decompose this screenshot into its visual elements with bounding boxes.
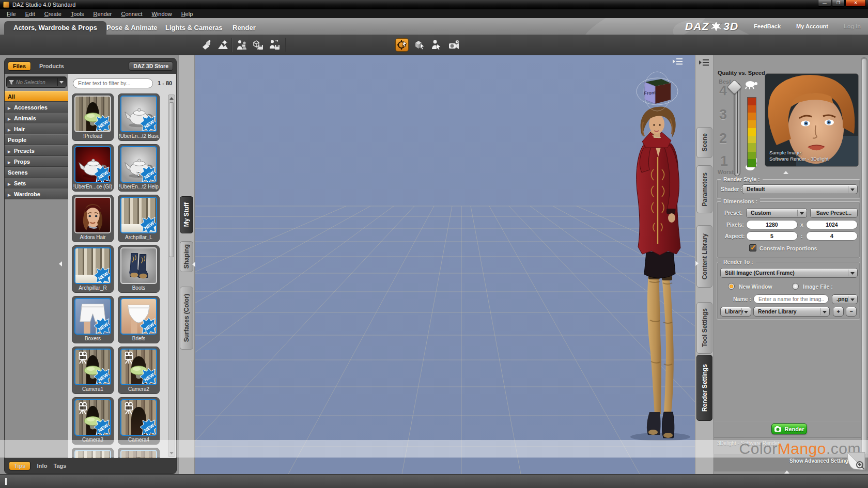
thumbnail-item[interactable]: NEW Archpillar_L <box>118 195 160 242</box>
collapse-section-icon[interactable] <box>784 468 789 474</box>
dock-tab[interactable]: My Stuff <box>180 196 193 233</box>
thumbnail-item[interactable]: NEW Aldora Hair <box>72 195 114 242</box>
category-item[interactable]: Scenes <box>5 167 68 178</box>
maximize-button[interactable] <box>832 0 845 7</box>
render-to-dropdown[interactable]: Still Image (Current Frame) <box>720 268 858 278</box>
close-button[interactable] <box>845 0 866 7</box>
menu-item[interactable]: Help <box>177 10 198 18</box>
thumbnail-item[interactable]: NEW Archpillar_R <box>72 245 114 293</box>
log-in-link[interactable]: Log In <box>844 23 861 29</box>
dock-tab[interactable]: Shaping <box>180 241 193 272</box>
add-library-button[interactable]: + <box>833 307 844 317</box>
character-figure[interactable] <box>606 103 695 444</box>
thumbnail-item[interactable]: NEW Camera3 <box>72 397 114 445</box>
aspect-width-input[interactable] <box>746 231 798 241</box>
category-item[interactable]: Hair <box>5 123 68 134</box>
titlebar[interactable]: DAZ Studio 4.0 Standard <box>0 0 868 9</box>
minimize-button[interactable] <box>818 0 831 7</box>
new-window-radio[interactable] <box>728 283 735 290</box>
shader-dropdown[interactable]: Default <box>742 184 858 194</box>
panel-scrollbar[interactable] <box>861 57 867 470</box>
collapse-section-icon[interactable] <box>783 168 788 174</box>
category-item[interactable]: Sets <box>5 178 68 188</box>
category-item[interactable]: Animals <box>5 113 68 123</box>
dock-tab[interactable]: Tool Settings <box>696 302 712 354</box>
pixels-width-input[interactable] <box>746 220 798 229</box>
figure-setup-button[interactable] <box>235 38 249 52</box>
thumbnail-item[interactable]: NEW Camera4 <box>118 397 160 445</box>
collapse-handle-icon[interactable] <box>695 261 699 266</box>
show-advanced-settings-link[interactable]: Show Advanced Settings <box>789 458 851 464</box>
collapse-handle-icon[interactable] <box>192 262 195 267</box>
filter-text-input[interactable] <box>73 78 153 88</box>
pane-menu-icon[interactable] <box>672 57 684 66</box>
thumbnail-item[interactable]: NEW !UberEn...t2 Base <box>118 93 160 141</box>
category-item[interactable]: Wardrobe <box>5 188 68 199</box>
3d-viewport[interactable]: Front <box>195 55 695 474</box>
activity-tab[interactable]: Actors, Wardrobe & Props <box>4 21 106 35</box>
scroll-up-icon[interactable] <box>168 95 175 102</box>
pixels-height-input[interactable] <box>806 220 858 229</box>
render-name-input[interactable] <box>753 294 829 304</box>
category-item[interactable]: All <box>5 91 68 102</box>
category-item[interactable]: Props <box>5 156 68 167</box>
dock-tab[interactable]: Content Library <box>696 225 712 288</box>
save-scene-button[interactable] <box>252 38 265 52</box>
activity-tab[interactable]: Lights & Cameras <box>156 21 232 35</box>
render-button[interactable]: Render <box>771 423 807 434</box>
aspect-height-input[interactable] <box>806 231 858 241</box>
thumbnail-item[interactable]: NEW Boxers <box>72 296 114 343</box>
library-dropdown[interactable]: Library <box>720 307 751 317</box>
my-account-link[interactable]: My Account <box>796 23 828 29</box>
collapse-handle-icon[interactable] <box>59 261 62 266</box>
bottom-tab[interactable]: Tips <box>9 461 30 470</box>
view-cube[interactable]: Front <box>634 71 680 112</box>
thumbnail-item[interactable]: NEW Briefs <box>118 296 160 343</box>
category-item[interactable]: People <box>5 134 68 145</box>
selection-filter-dropdown[interactable]: No Selection <box>6 76 67 88</box>
save-preset-button[interactable]: Save Preset... <box>810 208 858 218</box>
thumbnail-item[interactable]: NEW Boots <box>118 245 160 293</box>
pane-menu-icon[interactable] <box>699 58 710 67</box>
category-item[interactable]: Accessories <box>5 102 68 113</box>
node-selection-tool[interactable] <box>429 38 443 52</box>
new-spotlight-button[interactable] <box>199 38 213 52</box>
feedback-link[interactable]: FeedBack <box>754 23 781 29</box>
menu-item[interactable]: Tools <box>66 10 89 18</box>
bottom-tab[interactable]: Tags <box>54 463 67 469</box>
preset-dropdown[interactable]: Custom <box>746 208 807 218</box>
dock-tab[interactable]: Parameters <box>696 165 712 213</box>
universal-manipulator-tool[interactable] <box>395 38 409 52</box>
dock-tab[interactable]: Surfaces (Color) <box>180 287 193 350</box>
thumbnail-item[interactable]: NEW Camera1 <box>72 347 114 394</box>
thumbnail-item[interactable]: NEW !UberEn...ce (GI) <box>72 144 114 192</box>
tab-files[interactable]: Files <box>8 61 31 71</box>
render-library-dropdown[interactable]: Render Library <box>753 307 830 317</box>
file-extension-dropdown[interactable]: .png <box>832 294 858 304</box>
render-camera-button[interactable] <box>447 38 461 52</box>
menu-item[interactable]: Render <box>88 10 116 18</box>
quality-slider[interactable] <box>734 83 740 176</box>
thumbnail-item[interactable]: ? NEW !UberEn...t2 Help <box>118 144 160 192</box>
dock-tab[interactable]: Render Settings <box>696 355 712 421</box>
thumbnail-item[interactable]: NEW Camera2 <box>118 347 160 394</box>
daz-3d-store-button[interactable]: DAZ 3D Store <box>129 61 173 71</box>
bottom-tab[interactable]: Info <box>37 463 47 469</box>
menu-item[interactable]: Connect <box>117 10 147 18</box>
menu-item[interactable]: Window <box>147 10 177 18</box>
menu-item[interactable]: Edit <box>21 10 40 18</box>
constrain-proportions-checkbox[interactable] <box>749 244 756 251</box>
menu-item[interactable]: Create <box>40 10 66 18</box>
save-character-button[interactable] <box>268 38 282 52</box>
scrollbar-thumb[interactable] <box>169 102 174 257</box>
surface-selection-tool[interactable] <box>413 38 426 52</box>
thumbnail-item[interactable]: NEW !Preload <box>72 93 114 141</box>
dock-tab[interactable]: Scene <box>696 127 712 158</box>
thumbnail-scrollbar[interactable] <box>168 95 175 457</box>
remove-library-button[interactable]: − <box>846 307 857 317</box>
tab-products[interactable]: Products <box>36 62 67 70</box>
menu-item[interactable]: File <box>2 10 21 18</box>
activity-tab[interactable]: Render <box>223 21 265 35</box>
category-item[interactable]: Presets <box>5 145 68 156</box>
image-file-radio[interactable] <box>792 283 799 290</box>
